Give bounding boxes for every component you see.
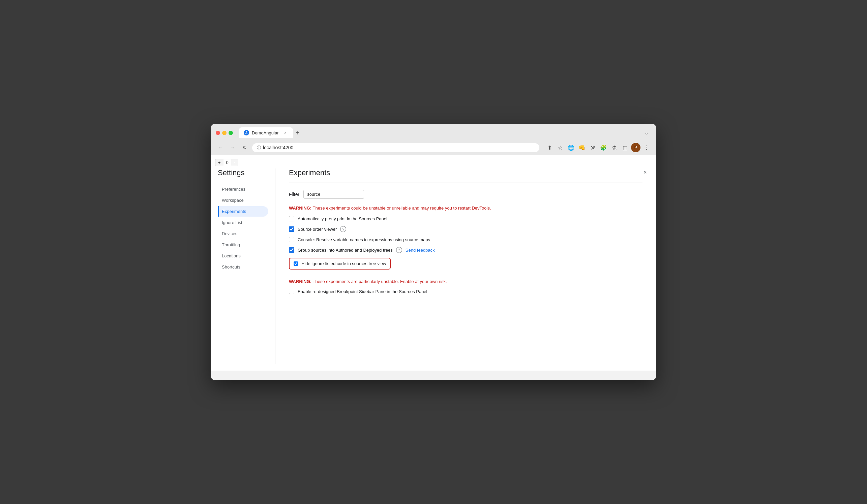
menu-btn[interactable]: ⋮ (642, 143, 651, 152)
window-dropdown-btn[interactable]: ⌄ (642, 128, 651, 138)
warning-label-1: WARNING: (289, 206, 311, 210)
secure-icon: ⓘ (257, 145, 261, 151)
warning-text-1: WARNING: These experiments could be unst… (289, 206, 642, 210)
main-content: × Experiments Filter WARNING: These expe… (282, 168, 649, 364)
toolbar-actions: ⬆ ☆ 🌐 👊 ⚒ 🧩 ⚗ ◫ P ⋮ (545, 143, 651, 152)
option-source-order-viewer: Source order viewer ? (289, 226, 642, 232)
sidebar-item-workspace[interactable]: Workspace (218, 195, 268, 206)
filter-row: Filter (289, 190, 642, 199)
option-redesigned-breakpoint: Enable re-designed Breakpoint Sidebar Pa… (289, 289, 642, 294)
sidebar-item-preferences[interactable]: Preferences (218, 184, 268, 194)
page-main: + 0 - Settings Preferences Workspace Exp… (211, 155, 656, 371)
checkbox-source-order-viewer[interactable] (289, 227, 294, 232)
close-traffic-light[interactable] (216, 131, 220, 135)
label-console-resolve: Console: Resolve variable names in expre… (298, 237, 430, 242)
maximize-traffic-light[interactable] (228, 131, 233, 135)
sidebar-item-experiments[interactable]: Experiments (218, 206, 268, 217)
devtools-counter: + 0 - (215, 159, 238, 166)
counter-value: 0 (224, 160, 231, 166)
label-redesigned-breakpoint: Enable re-designed Breakpoint Sidebar Pa… (298, 289, 427, 294)
checkbox-group-sources[interactable] (289, 247, 294, 253)
address-bar[interactable]: ⓘ localhost:4200 (252, 143, 539, 152)
reload-btn[interactable]: ↻ (240, 143, 249, 152)
help-icon-source-order[interactable]: ? (340, 226, 346, 232)
share-btn[interactable]: ⬆ (545, 143, 554, 152)
checkbox-hide-ignore-listed[interactable] (293, 261, 298, 266)
sidebar-item-ignore-list[interactable]: Ignore List (218, 217, 268, 228)
option-auto-pretty-print: Automatically pretty print in the Source… (289, 216, 642, 221)
counter-minus-btn[interactable]: - (231, 160, 238, 166)
checkbox-auto-pretty-print[interactable] (289, 216, 294, 221)
sidebar-item-shortcuts[interactable]: Shortcuts (218, 262, 268, 272)
close-settings-btn[interactable]: × (641, 168, 649, 176)
bookmark-btn[interactable]: ☆ (556, 143, 565, 152)
tab-title: DemoAngular (252, 130, 279, 135)
help-icon-group-sources[interactable]: ? (396, 247, 402, 253)
warning-message-2: These experiments are particularly unsta… (311, 279, 447, 284)
puzzle-btn[interactable]: 🧩 (599, 143, 608, 152)
filter-input[interactable] (303, 190, 364, 199)
label-source-order-viewer: Source order viewer (298, 227, 337, 232)
address-bar-row: ← → ↻ ⓘ localhost:4200 ⬆ ☆ 🌐 👊 ⚒ 🧩 ⚗ ◫ P… (211, 141, 656, 155)
checkbox-console-resolve[interactable] (289, 237, 294, 242)
tab-bar: A DemoAngular × + (239, 127, 639, 138)
tab-close-btn[interactable]: × (282, 130, 288, 136)
option-group-sources: Group sources into Authored and Deployed… (289, 247, 642, 253)
browser-titlebar: A DemoAngular × + ⌄ (211, 124, 656, 141)
minimize-traffic-light[interactable] (222, 131, 226, 135)
sidebar-btn[interactable]: ◫ (620, 143, 630, 152)
filter-label: Filter (289, 192, 299, 197)
address-text: localhost:4200 (263, 145, 293, 150)
experiments-title: Experiments (289, 168, 642, 177)
label-group-sources: Group sources into Authored and Deployed… (298, 248, 393, 253)
option-console-resolve: Console: Resolve variable names in expre… (289, 237, 642, 242)
back-btn[interactable]: ← (216, 143, 225, 152)
send-feedback-link[interactable]: Send feedback (406, 248, 435, 253)
counter-plus-btn[interactable]: + (215, 160, 224, 166)
option-hide-ignore-listed-wrapper: Hide ignore-listed code in sources tree … (289, 258, 642, 274)
highlighted-option-row: Hide ignore-listed code in sources tree … (289, 258, 391, 270)
tab-favicon: A (244, 130, 249, 135)
devtools-btn[interactable]: ⚒ (588, 143, 597, 152)
warning-message-1: These experiments could be unstable or u… (311, 206, 491, 210)
settings-panel: Settings Preferences Workspace Experimen… (218, 168, 649, 364)
label-auto-pretty-print: Automatically pretty print in the Source… (298, 216, 387, 221)
browser-window: A DemoAngular × + ⌄ ← → ↻ ⓘ localhost:42… (211, 124, 656, 380)
earth-btn[interactable]: 🌐 (566, 143, 576, 152)
sidebar-item-locations[interactable]: Locations (218, 251, 268, 261)
profile-btn[interactable]: P (631, 143, 641, 152)
forward-btn[interactable]: → (228, 143, 237, 152)
new-tab-btn[interactable]: + (293, 128, 302, 138)
shield-btn[interactable]: 👊 (577, 143, 587, 152)
traffic-lights (216, 131, 233, 135)
page-content: + 0 - Settings Preferences Workspace Exp… (211, 155, 656, 371)
section-divider (289, 183, 642, 183)
checkbox-redesigned-breakpoint[interactable] (289, 289, 294, 294)
warning-text-2: WARNING: These experiments are particula… (289, 279, 642, 284)
sidebar: Settings Preferences Workspace Experimen… (218, 168, 268, 364)
settings-title: Settings (218, 168, 268, 177)
sidebar-item-throttling[interactable]: Throttling (218, 240, 268, 250)
warning-label-2: WARNING: (289, 279, 311, 284)
active-tab[interactable]: A DemoAngular × (239, 127, 293, 138)
sidebar-item-devices[interactable]: Devices (218, 228, 268, 239)
flask-btn[interactable]: ⚗ (609, 143, 619, 152)
label-hide-ignore-listed: Hide ignore-listed code in sources tree … (301, 261, 386, 266)
